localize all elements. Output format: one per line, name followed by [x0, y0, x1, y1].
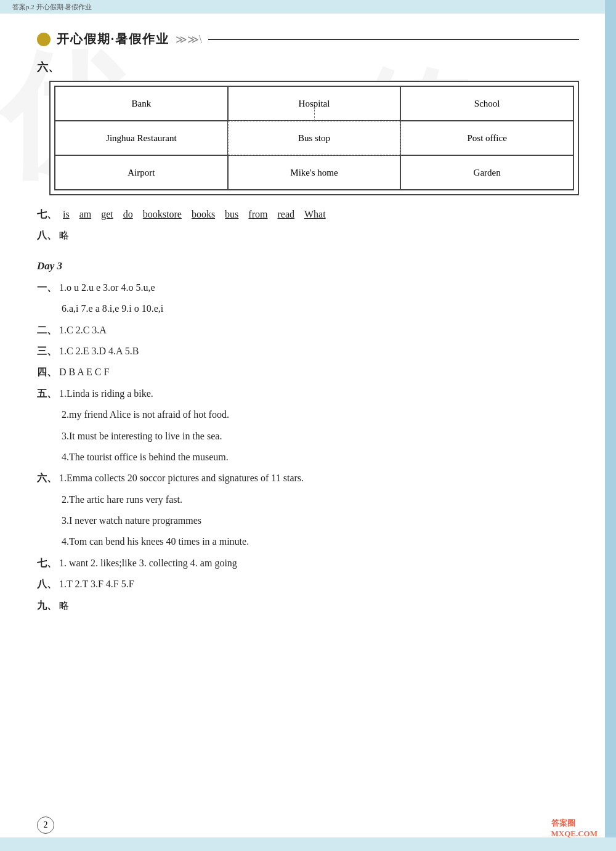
day3-san-label: 三、 — [37, 346, 57, 356]
map-cell-bank: Bank — [55, 86, 228, 121]
day3-wu-item3: 3.It must be interesting to live in the … — [62, 431, 222, 441]
day3-qi-label: 七、 — [37, 558, 57, 568]
day3-si-label: 四、 — [37, 367, 57, 377]
day3-yi-text2: 6.a,i 7.e a 8.i,e 9.i o 10.e,i — [62, 303, 163, 314]
day3-wu-item1: 1.Linda is riding a bike. — [59, 388, 153, 399]
day3-si-line: 四、 D B A E C F — [37, 363, 579, 381]
top-strip: 答案p.2 开心假期·暑假作业 — [0, 0, 616, 14]
day3-wu-label: 五、 — [37, 388, 57, 399]
day3-wu-item4: 4.The tourist office is behind the museu… — [62, 452, 229, 462]
map-cell-airport: Airport — [55, 155, 228, 190]
word-from: from — [248, 209, 267, 219]
day3-wu-item2-line: 2.my friend Alice is not afraid of hot f… — [62, 405, 579, 424]
map-cell-postoffice: Post office — [400, 121, 573, 155]
day3-si-text: D B A E C F — [59, 367, 109, 377]
word-what: What — [304, 209, 326, 219]
section-ba-line: 八、 略 — [37, 226, 579, 245]
day3-wu-item4-line: 4.The tourist office is behind the museu… — [62, 448, 579, 466]
top-strip-text: 答案p.2 开心假期·暑假作业 — [12, 2, 92, 12]
map-container: Bank Hospital School Jinghua Restaurant … — [49, 81, 579, 195]
day3-liu-item3-line: 3.I never watch nature programmes — [62, 511, 579, 530]
section-liu-label: 六、 — [37, 60, 579, 75]
word-am: am — [79, 209, 92, 219]
day3-wu-item2: 2.my friend Alice is not afraid of hot f… — [62, 409, 229, 420]
day3-jiu-label: 九、 — [37, 600, 57, 611]
day3-ba-line: 八、 1.T 2.T 3.F 4.F 5.F — [37, 575, 579, 593]
day3-er-line: 二、 1.C 2.C 3.A — [37, 321, 579, 340]
day3-liu-item1: 1.Emma collects 20 soccor pictures and s… — [59, 473, 304, 483]
day3-liu-item4: 4.Tom can bend his knees 40 times in a m… — [62, 536, 249, 547]
header-rule — [208, 39, 579, 40]
day3-wu-label-line: 五、 1.Linda is riding a bike. — [37, 385, 579, 403]
map-cell-busstop: Bus stop — [228, 121, 401, 155]
day3-qi-line: 七、 1. want 2. likes;like 3. collecting 4… — [37, 554, 579, 572]
day3-jiu-line: 九、 略 — [37, 597, 579, 615]
section-qi-line: 七、 is am get do bookstore books bus from… — [37, 205, 579, 224]
day3-liu-item3: 3.I never watch nature programmes — [62, 515, 201, 526]
section-ba-label: 八、 — [37, 230, 57, 240]
day3-yi-line2: 6.a,i 7.e a 8.i,e 9.i o 10.e,i — [62, 299, 579, 318]
page-number: 2 — [37, 816, 54, 834]
word-is: is — [63, 209, 70, 219]
word-read: read — [277, 209, 294, 219]
day3-label: Day 3 — [37, 260, 579, 272]
answer-logo: 答案圈 MXQE.COM — [551, 818, 598, 839]
map-cell-school: School — [400, 86, 573, 121]
day3-liu-item4-line: 4.Tom can bend his knees 40 times in a m… — [62, 532, 579, 551]
day3-jiu-text: 略 — [59, 600, 69, 611]
day3-yi-line1: 一、 1.o u 2.u e 3.or 4.o 5.u,e — [37, 279, 579, 297]
day3-wu-item3-line: 3.It must be interesting to live in the … — [62, 427, 579, 446]
day3-liu-item2: 2.The artic hare runs very fast. — [62, 494, 182, 505]
day3-san-line: 三、 1.C 2.E 3.D 4.A 5.B — [37, 342, 579, 360]
day3-ba-text: 1.T 2.T 3.F 4.F 5.F — [59, 579, 134, 589]
word-bookstore: bookstore — [143, 209, 182, 219]
map-cell-mikeshome: Mike's home — [228, 155, 401, 190]
header-title: 开心假期·暑假作业 — [57, 31, 169, 47]
map-cell-garden: Garden — [400, 155, 573, 190]
day3-san-text: 1.C 2.E 3.D 4.A 5.B — [59, 346, 139, 356]
day3-ba-label: 八、 — [37, 579, 57, 589]
day3-yi-label: 一、 — [37, 282, 57, 293]
day3-liu-item2-line: 2.The artic hare runs very fast. — [62, 491, 579, 509]
word-bus: bus — [225, 209, 238, 219]
day3-liu-label-line: 六、 1.Emma collects 20 soccor pictures an… — [37, 469, 579, 487]
header-circle-icon — [37, 33, 51, 46]
section-qi-label: 七、 — [37, 209, 57, 219]
right-border-strip — [605, 0, 616, 851]
page-header: 开心假期·暑假作业 ≫≫\ — [37, 31, 579, 47]
day3-qi-text: 1. want 2. likes;like 3. collecting 4. a… — [59, 558, 237, 568]
header-decoration: ≫≫\ — [176, 33, 202, 46]
day3-liu-label: 六、 — [37, 473, 57, 483]
answer-logo-line1: 答案圈 — [551, 818, 598, 829]
map-cell-hospital: Hospital — [228, 86, 401, 121]
bottom-strip — [0, 837, 616, 851]
section-ba-text: 略 — [59, 230, 69, 240]
word-do: do — [123, 209, 133, 219]
word-get: get — [101, 209, 113, 219]
map-cell-restaurant: Jinghua Restaurant — [55, 121, 228, 155]
day3-er-label: 二、 — [37, 325, 57, 335]
word-books: books — [192, 209, 215, 219]
day3-er-text: 1.C 2.C 3.A — [59, 325, 107, 335]
map-grid: Bank Hospital School Jinghua Restaurant … — [54, 86, 574, 190]
day3-yi-text1: 1.o u 2.u e 3.or 4.o 5.u,e — [59, 282, 155, 293]
